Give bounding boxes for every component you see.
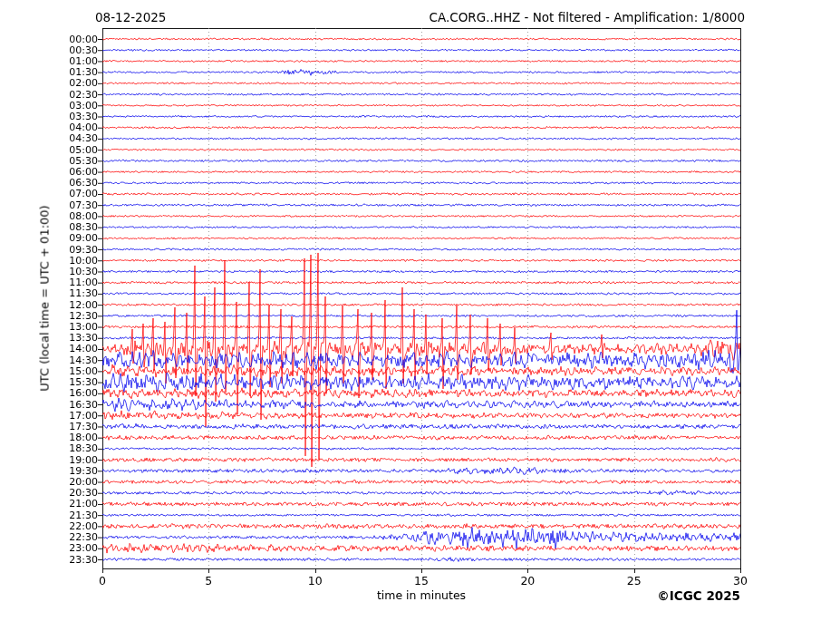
y-tick-label: 19:00 bbox=[34, 455, 98, 465]
y-tick-label: 01:30 bbox=[34, 67, 98, 77]
y-tick-label: 05:30 bbox=[34, 156, 98, 166]
x-axis-label: time in minutes bbox=[377, 588, 466, 602]
y-tick-label: 11:00 bbox=[34, 277, 98, 287]
y-tick-label: 21:00 bbox=[34, 499, 98, 509]
y-tick-label: 20:30 bbox=[34, 488, 98, 498]
y-tick-label: 13:30 bbox=[34, 333, 98, 343]
date-title: 08-12-2025 bbox=[95, 10, 166, 24]
y-tick-label: 18:00 bbox=[34, 432, 98, 442]
y-tick-label: 17:00 bbox=[34, 411, 98, 421]
y-tick-label: 08:30 bbox=[34, 222, 98, 232]
y-tick-label: 04:30 bbox=[34, 133, 98, 143]
y-tick-label: 06:00 bbox=[34, 167, 98, 177]
seismogram-figure: 08-12-2025 CA.CORG..HHZ - Not filtered -… bbox=[0, 0, 840, 631]
y-tick-label: 12:00 bbox=[34, 300, 98, 310]
y-tick-label: 05:00 bbox=[34, 145, 98, 155]
x-tick-label: 20 bbox=[509, 574, 546, 587]
y-tick-label: 04:00 bbox=[34, 122, 98, 132]
y-tick-label: 13:00 bbox=[34, 322, 98, 332]
y-tick-label: 19:30 bbox=[34, 466, 98, 476]
y-tick-label: 22:00 bbox=[34, 521, 98, 531]
y-tick-label: 14:00 bbox=[34, 344, 98, 354]
y-tick-label: 12:30 bbox=[34, 311, 98, 321]
y-tick-label: 03:00 bbox=[34, 101, 98, 111]
y-tick-label: 00:00 bbox=[34, 34, 98, 44]
y-tick-label: 15:00 bbox=[34, 366, 98, 376]
station-title: CA.CORG..HHZ - Not filtered - Amplificat… bbox=[430, 10, 745, 24]
y-tick-label: 10:30 bbox=[34, 267, 98, 277]
y-tick-label: 15:30 bbox=[34, 377, 98, 387]
x-tick-label: 10 bbox=[297, 574, 333, 587]
y-tick-label: 23:30 bbox=[34, 555, 98, 565]
y-tick-label: 11:30 bbox=[34, 288, 98, 298]
y-tick-label: 02:30 bbox=[34, 90, 98, 100]
seismogram-canvas bbox=[0, 0, 840, 631]
y-tick-label: 00:30 bbox=[34, 45, 98, 55]
y-tick-label: 08:00 bbox=[34, 211, 98, 221]
y-tick-label: 07:30 bbox=[34, 200, 98, 210]
y-tick-label: 16:00 bbox=[34, 388, 98, 398]
y-tick-label: 18:30 bbox=[34, 443, 98, 453]
y-tick-label: 17:30 bbox=[34, 422, 98, 432]
x-tick-label: 30 bbox=[722, 574, 758, 587]
y-tick-label: 09:00 bbox=[34, 233, 98, 243]
y-tick-label: 16:30 bbox=[34, 400, 98, 410]
y-tick-label: 07:00 bbox=[34, 189, 98, 199]
y-tick-label: 22:30 bbox=[34, 532, 98, 542]
y-tick-label: 09:30 bbox=[34, 245, 98, 255]
y-tick-label: 02:00 bbox=[34, 78, 98, 88]
y-tick-label: 01:00 bbox=[34, 56, 98, 66]
y-tick-label: 10:00 bbox=[34, 256, 98, 266]
y-tick-label: 23:00 bbox=[34, 543, 98, 553]
x-tick-label: 0 bbox=[84, 574, 121, 587]
x-tick-label: 5 bbox=[190, 574, 227, 587]
copyright-credit: ©ICGC 2025 bbox=[657, 588, 740, 603]
y-tick-label: 21:30 bbox=[34, 510, 98, 520]
y-tick-label: 20:00 bbox=[34, 477, 98, 487]
y-tick-label: 06:30 bbox=[34, 178, 98, 188]
x-tick-label: 15 bbox=[403, 574, 439, 587]
y-tick-label: 03:30 bbox=[34, 112, 98, 121]
x-tick-label: 25 bbox=[616, 574, 652, 587]
y-tick-label: 14:30 bbox=[34, 355, 98, 365]
